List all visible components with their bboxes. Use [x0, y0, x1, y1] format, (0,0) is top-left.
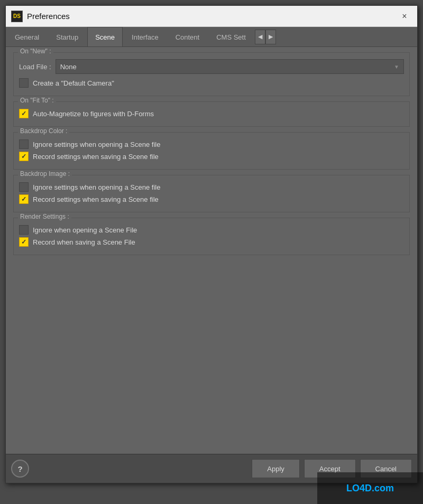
bi-ignore-checkbox[interactable]	[19, 182, 29, 192]
watermark: LO4D.com	[317, 472, 423, 504]
tab-interface[interactable]: Interface	[124, 27, 167, 46]
empty-space	[13, 260, 410, 340]
rs-record-checkbox[interactable]	[19, 237, 29, 247]
load-file-value: None	[60, 63, 77, 71]
tab-startup[interactable]: Startup	[48, 27, 86, 46]
render-settings-label: Render Settings :	[18, 213, 71, 220]
bi-record-row: Record settings when saving a Scene file	[19, 194, 404, 204]
bi-record-checkbox[interactable]	[19, 194, 29, 204]
tab-next-button[interactable]: ▶	[265, 30, 276, 44]
tab-cms-sett[interactable]: CMS Sett	[208, 27, 254, 46]
bi-ignore-row: Ignore settings when opening a Scene fil…	[19, 182, 404, 192]
backdrop-color-section: Backdrop Color : Ignore settings when op…	[13, 132, 410, 170]
create-default-camera-checkbox[interactable]	[19, 78, 29, 88]
tab-prev-button[interactable]: ◀	[255, 30, 265, 44]
bc-record-row: Record settings when saving a Scene file	[19, 152, 404, 161]
app-icon: DS	[11, 11, 23, 22]
backdrop-image-section: Backdrop Image : Ignore settings when op…	[13, 175, 410, 212]
rs-record-label: Record when saving a Scene File	[33, 238, 135, 246]
create-default-camera-row: Create a "Default Camera"	[19, 78, 404, 88]
auto-magnetize-row: Auto-Magnetize to figures with D-Forms	[19, 109, 404, 118]
title-bar: DS Preferences ×	[6, 6, 417, 27]
tab-general[interactable]: General	[7, 27, 47, 46]
create-default-camera-label: Create a "Default Camera"	[33, 79, 114, 87]
on-fit-to-section: On "Fit To" : Auto-Magnetize to figures …	[13, 101, 410, 127]
load-file-select[interactable]: None ▼	[56, 59, 404, 74]
auto-magnetize-label: Auto-Magnetize to figures with D-Forms	[33, 110, 154, 118]
bc-record-checkbox[interactable]	[19, 152, 29, 161]
preferences-dialog: DS Preferences × General Startup Scene I…	[5, 5, 418, 483]
bi-ignore-label: Ignore settings when opening a Scene fil…	[33, 183, 160, 191]
close-button[interactable]: ×	[397, 9, 412, 24]
content-area: On "New" : Load File : None ▼ Create a "…	[6, 47, 417, 454]
backdrop-color-label: Backdrop Color :	[18, 127, 69, 135]
auto-magnetize-checkbox[interactable]	[19, 109, 29, 118]
select-arrow-icon: ▼	[394, 64, 399, 70]
rs-ignore-row: Ignore when opening a Scene File	[19, 225, 404, 235]
rs-ignore-label: Ignore when opening a Scene File	[33, 226, 137, 234]
on-fit-to-label: On "Fit To" :	[18, 97, 56, 104]
render-settings-section: Render Settings : Ignore when opening a …	[13, 218, 410, 255]
help-button[interactable]: ?	[11, 460, 29, 478]
rs-record-row: Record when saving a Scene File	[19, 237, 404, 247]
tab-content[interactable]: Content	[168, 27, 208, 46]
on-new-section: On "New" : Load File : None ▼ Create a "…	[13, 52, 410, 96]
apply-button[interactable]: Apply	[252, 459, 300, 478]
tab-scene[interactable]: Scene	[87, 27, 123, 46]
bi-record-label: Record settings when saving a Scene file	[33, 195, 159, 203]
backdrop-image-label: Backdrop Image :	[18, 170, 72, 178]
bc-ignore-label: Ignore settings when opening a Scene fil…	[33, 141, 160, 148]
tabs-bar: General Startup Scene Interface Content …	[6, 27, 417, 47]
dialog-title: Preferences	[27, 12, 397, 21]
rs-ignore-checkbox[interactable]	[19, 225, 29, 235]
load-file-row: Load File : None ▼	[19, 59, 404, 74]
bc-record-label: Record settings when saving a Scene file	[33, 153, 159, 161]
on-new-label: On "New" :	[18, 48, 53, 55]
bc-ignore-checkbox[interactable]	[19, 139, 29, 149]
bc-ignore-row: Ignore settings when opening a Scene fil…	[19, 139, 404, 149]
load-file-label: Load File :	[19, 63, 51, 71]
